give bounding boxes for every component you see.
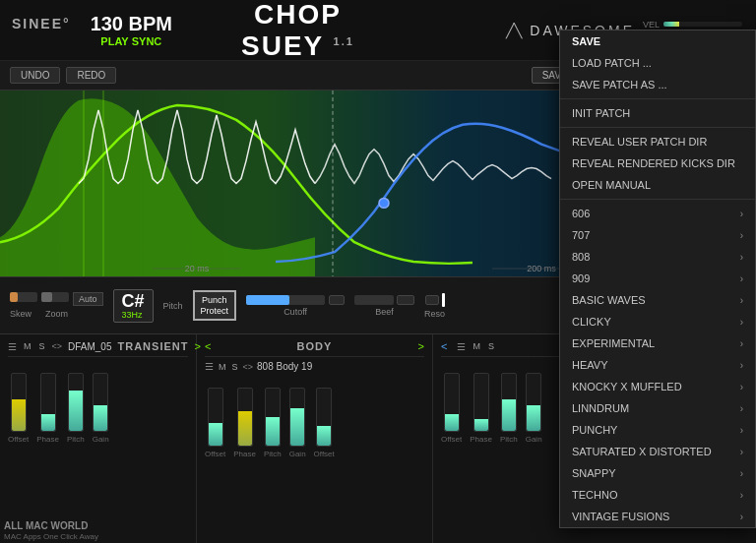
menu-item[interactable]: VINTAGE FUSIONS› [560,506,755,527]
body-m-btn[interactable]: M [218,362,227,372]
fader-offset-1: Offset [8,373,29,444]
menu-item[interactable]: TECHNO› [560,484,755,506]
t3-fader-3[interactable] [501,373,517,432]
play-label: PLAY [100,35,128,47]
menu-item[interactable]: SNAPPY› [560,462,755,484]
transient-eq-icon[interactable]: ☰ [8,341,17,352]
transient-s-btn[interactable]: S [38,341,46,351]
body-controls: ☰ M S <> 808 Body 19 [205,361,424,372]
menu-item[interactable]: INIT PATCH [560,102,755,124]
punch-protect-label: PunchProtect [201,295,229,316]
menu-item[interactable]: SAVE [560,30,755,52]
cutoff-slider[interactable] [246,295,325,305]
menu-item-arrow-icon: › [740,295,743,306]
menu-item-arrow-icon: › [740,317,743,328]
menu-item-label: 909 [572,272,590,284]
fader-phase-2: Phase [233,388,256,458]
fader-offset-2: Offset [205,388,225,458]
menu-item-label: BASIC WAVES [572,294,646,306]
menu-item[interactable]: 707› [560,224,755,246]
menu-item[interactable]: REVEAL USER PATCH DIR [560,131,755,152]
auto-button[interactable]: Auto [73,292,103,306]
bpm-section: 130 BPM PLAY SYNC [91,13,172,47]
zoom-slider[interactable] [41,292,69,302]
menu-item[interactable]: 808› [560,246,755,268]
menu-item-label: EXPERIMENTAL [572,337,655,349]
body-eq-icon[interactable]: ☰ [205,361,214,372]
menu-item-arrow-icon: › [740,338,743,349]
pitch-fader-1[interactable] [68,373,84,432]
skew-slider[interactable] [10,292,37,302]
transient-m-btn[interactable]: M [23,341,32,351]
offset-fader-2[interactable] [208,388,223,447]
body-header: < BODY > [205,340,424,357]
fader-phase-1: Phase [36,373,59,444]
menu-item[interactable]: LOAD PATCH ... [560,52,755,74]
menu-item-label: LOAD PATCH ... [572,57,652,69]
menu-separator [560,199,755,200]
note-hz: 33Hz [122,310,145,320]
menu-item[interactable]: CLICKY› [560,311,755,332]
body-faders: Offset Phase Pitch Gain Offset [205,380,424,458]
t3-fader-2[interactable] [473,373,489,432]
menu-item-label: INIT PATCH [572,107,630,119]
fader-pitch-2: Pitch [264,388,282,458]
reso-pad[interactable] [425,295,439,305]
menu-item-arrow-icon: › [740,490,743,501]
third-arrow-left[interactable]: < [441,340,447,352]
sync-label[interactable]: SYNC [132,35,162,47]
menu-item[interactable]: EXPERIMENTAL› [560,332,755,354]
transient-title: TRANSIENT [118,340,189,352]
menu-item-label: LINNDRUM [572,402,629,414]
t3-fader-4[interactable] [526,373,541,432]
body-name: 808 Body 19 [257,361,312,372]
cutoff-fine[interactable] [329,295,345,305]
menu-item-arrow-icon: › [740,403,743,414]
menu-item[interactable]: SATURATED X DISTORTED› [560,441,755,462]
menu-item[interactable]: OPEN MANUAL [560,174,755,196]
body-s-btn[interactable]: S [231,362,239,372]
svg-point-2 [379,198,389,208]
beef-slider[interactable] [354,295,394,305]
menu-item[interactable]: KNOCKY X MUFFLED› [560,376,755,397]
menu-separator [560,98,755,99]
note-section[interactable]: C# 33Hz [113,289,154,323]
menu-item[interactable]: LINNDRUM› [560,397,755,419]
body-arrow-right[interactable]: > [418,340,424,352]
undo-button[interactable]: UNDO [10,67,60,84]
menu-item-arrow-icon: › [740,382,743,392]
phase-fader-1[interactable] [40,373,56,432]
gain-fader-1[interactable] [93,373,108,432]
menu-item[interactable]: SAVE PATCH AS ... [560,74,755,95]
fader-t3-4: Gain [526,373,542,444]
menu-item[interactable]: 606› [560,203,755,224]
menu-item[interactable]: PUNCHY› [560,419,755,441]
menu-item[interactable]: BASIC WAVES› [560,289,755,311]
third-eq-icon[interactable]: ☰ [457,341,466,352]
body-nav-icon[interactable]: <> [243,362,254,372]
offset-fader-1[interactable] [11,373,27,432]
punch-protect-button[interactable]: PunchProtect [193,290,237,322]
menu-item-arrow-icon: › [740,447,743,457]
offset-fader-3[interactable] [316,388,332,447]
menu-item[interactable]: HEAVY› [560,354,755,376]
menu-item-arrow-icon: › [740,512,743,522]
third-m-btn[interactable]: M [472,341,481,351]
beef-fine[interactable] [397,295,414,305]
pitch-fader-2[interactable] [265,388,281,447]
redo-button[interactable]: REDO [66,67,116,84]
menu-item-label: KNOCKY X MUFFLED [572,381,682,392]
t3-fader-1[interactable] [444,373,460,432]
transient-nav-icon[interactable]: <> [52,341,63,351]
vel-meter [663,22,742,27]
fader-offset-3: Offset [314,388,335,458]
fader-t3-2: Phase [470,373,492,444]
body-arrow-left[interactable]: < [205,340,211,352]
gain-fader-2[interactable] [289,388,305,447]
third-s-btn[interactable]: S [487,341,495,351]
skew-label: Skew [10,309,32,319]
bpm-value[interactable]: 130 BPM [91,13,172,35]
menu-item[interactable]: 909› [560,268,755,289]
phase-fader-2[interactable] [237,388,253,447]
menu-item[interactable]: REVEAL RENDERED KICKS DIR [560,152,755,174]
